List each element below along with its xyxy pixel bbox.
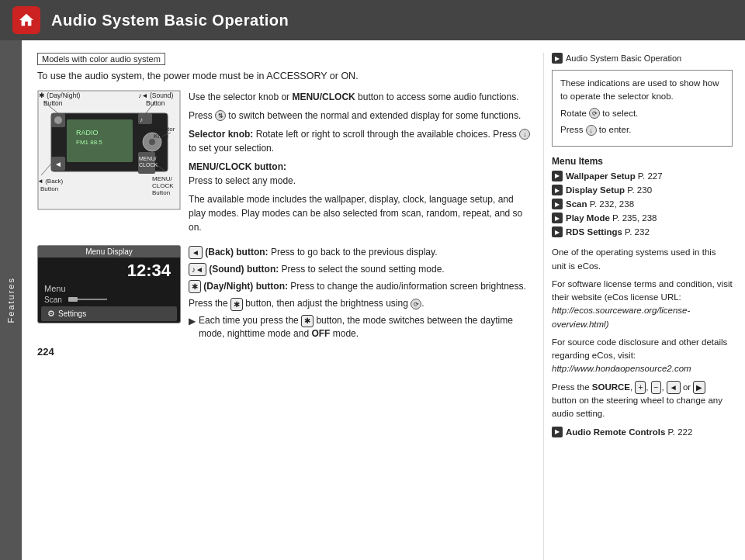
sound-button-desc: ♪◄ (Sound) button: Press to select the s… xyxy=(189,262,531,276)
press-button-text: Press the ✱ button, then adjust the brig… xyxy=(189,296,531,310)
menu-display-title: Menu Display xyxy=(38,246,180,258)
left-column: Models with color audio system To use th… xyxy=(22,53,543,560)
svg-text:Button: Button xyxy=(43,99,63,107)
sidebar: Features xyxy=(0,40,22,560)
svg-text:Knob: Knob xyxy=(154,133,168,140)
diagram-section: RADIO FM1 88.5 ♪ ◄ xyxy=(37,90,531,239)
svg-point-6 xyxy=(149,139,155,145)
menu-display-row: Menu Display 12:34 Menu Scan ⚙ Settings xyxy=(37,245,531,340)
operating-system-text: One of the operating systems used in thi… xyxy=(552,246,733,273)
source-button-text: Press the SOURCE, +, −, ◄ or ▶ button on… xyxy=(552,381,733,421)
svg-text:◄: ◄ xyxy=(54,160,62,168)
day-night-icon: ✱ xyxy=(189,280,201,293)
svg-text:MENU/: MENU/ xyxy=(152,175,173,182)
home-icon xyxy=(12,6,40,34)
plus-icon: + xyxy=(635,381,646,394)
svg-text:MENU/: MENU/ xyxy=(139,156,157,161)
page-number: 224 xyxy=(37,346,531,358)
day-night-button-desc: ✱ (Day/Night) button: Press to change th… xyxy=(189,279,531,293)
menu-bullet-icon: ▶ xyxy=(552,213,563,223)
main-content: Models with color audio system To use th… xyxy=(22,40,745,560)
svg-text:♪◄ (Sound): ♪◄ (Sound) xyxy=(138,92,173,99)
menu-bullet-icon: ▶ xyxy=(552,171,563,181)
menu-display-menu-label: Menu xyxy=(38,282,180,295)
prev-icon: ◄ xyxy=(667,381,681,394)
svg-rect-33 xyxy=(68,297,78,302)
right-header-icon: ▶ xyxy=(552,53,563,64)
svg-text:CLOCK: CLOCK xyxy=(139,162,158,168)
audio-remote-row: ▶ Audio Remote Controls P. 222 xyxy=(552,426,733,438)
sidebar-label: Features xyxy=(6,277,16,323)
right-box-press: Press ↓ to enter. xyxy=(560,123,724,137)
svg-text:Button: Button xyxy=(152,189,170,196)
menu-bullet-icon: ▶ xyxy=(552,199,563,209)
menu-display-box: Menu Display 12:34 Menu Scan ⚙ Settings xyxy=(37,245,181,323)
source-url: http://www.hondaopensource2.com xyxy=(552,364,691,373)
menu-item-rds: ▶ RDS Settings P. 232 xyxy=(552,226,733,238)
right-panel-title: Audio System Basic Operation xyxy=(566,54,681,63)
intro-text: To use the audio system, the power mode … xyxy=(37,70,531,84)
menu-items-list: ▶ Wallpaper Setup P. 227 ▶ Display Setup… xyxy=(552,170,733,238)
minus-icon: − xyxy=(651,381,662,394)
menu-bullet-icon: ▶ xyxy=(552,226,563,237)
header: Audio System Basic Operation xyxy=(0,0,745,40)
press-icon: ↓ xyxy=(519,129,530,140)
svg-text:CLOCK: CLOCK xyxy=(152,182,174,189)
svg-text:FM1  88.5: FM1 88.5 xyxy=(76,139,102,146)
arrow-icon: ▶ xyxy=(189,315,196,328)
button-descriptions: ◄ (Back) button: Press to go back to the… xyxy=(189,245,531,340)
source-text: For source code disclosure and other det… xyxy=(552,336,733,376)
scan-bar-svg xyxy=(68,296,107,302)
right-column: ▶ Audio System Basic Operation These ind… xyxy=(543,53,745,560)
right-box-line1: These indications are used to show how t… xyxy=(560,77,724,104)
day-night-icon2: ✱ xyxy=(230,298,243,311)
svg-text:RADIO: RADIO xyxy=(76,129,99,137)
available-modes-text: The available mode includes the wallpape… xyxy=(189,192,531,234)
audio-diagram: RADIO FM1 88.5 ♪ ◄ xyxy=(37,90,181,239)
menu-display-time: 12:34 xyxy=(38,258,180,282)
svg-point-8 xyxy=(54,116,62,124)
diagram-text: Use the selector knob or MENU/CLOCK butt… xyxy=(189,90,531,239)
svg-text:Button: Button xyxy=(40,185,58,192)
audio-diagram-svg: RADIO FM1 88.5 ♪ ◄ xyxy=(37,90,181,210)
svg-text:♪: ♪ xyxy=(140,116,143,123)
day-night-icon3: ✱ xyxy=(301,315,314,327)
menu-item-scan: ▶ Scan P. 232, 238 xyxy=(552,198,733,210)
menu-clock-desc: MENU/CLOCK button:Press to select any mo… xyxy=(189,160,531,188)
gear-icon: ⚙ xyxy=(47,309,55,319)
menu-display-scan: Scan xyxy=(38,295,180,305)
switch-icon: ⇅ xyxy=(215,110,226,121)
right-info-box: These indications are used to show how t… xyxy=(552,70,733,147)
selector-knob-desc: Selector knob: Rotate left or right to s… xyxy=(189,127,531,155)
svg-text:◄ (Back): ◄ (Back) xyxy=(37,178,64,185)
audio-remote-bullet: ▶ xyxy=(552,427,563,437)
next-icon: ▶ xyxy=(693,381,705,394)
home-svg xyxy=(18,12,35,29)
menu-bullet-icon: ▶ xyxy=(552,185,563,195)
right-box-rotate: Rotate ⟳ to select. xyxy=(560,107,724,120)
svg-text:Selector: Selector xyxy=(152,126,175,133)
menu-item-wallpaper: ▶ Wallpaper Setup P. 227 xyxy=(552,170,733,182)
page-body: Features Models with color audio system … xyxy=(0,40,745,560)
arrow-item: ▶ Each time you press the ✱ button, the … xyxy=(189,314,531,340)
press-switch-text: Press ⇅ to switch between the normal and… xyxy=(189,109,531,123)
svg-text:Button: Button xyxy=(146,99,165,107)
menu-items-title: Menu Items xyxy=(552,156,733,167)
license-url: http://ecos.sourceware.org/license-overv… xyxy=(552,306,690,328)
back-button-desc: ◄ (Back) button: Press to go back to the… xyxy=(189,245,531,259)
use-selector-text: Use the selector knob or MENU/CLOCK butt… xyxy=(189,90,531,104)
page-title: Audio System Basic Operation xyxy=(51,12,289,29)
adjust-icon: ⟳ xyxy=(411,299,421,309)
sound-icon: ♪◄ xyxy=(189,263,206,276)
menu-item-playmode: ▶ Play Mode P. 235, 238 xyxy=(552,212,733,224)
enter-icon: ↓ xyxy=(586,125,597,136)
menu-item-display: ▶ Display Setup P. 230 xyxy=(552,184,733,196)
right-body: One of the operating systems used in thi… xyxy=(552,246,733,437)
svg-text:✱ (Day/Night): ✱ (Day/Night) xyxy=(39,92,81,99)
right-panel-header: ▶ Audio System Basic Operation xyxy=(552,53,733,64)
back-icon: ◄ xyxy=(189,246,203,259)
license-text: For software license terms and condition… xyxy=(552,278,733,331)
models-tag: Models with color audio system xyxy=(37,53,165,65)
menu-display-settings: ⚙ Settings xyxy=(41,306,177,321)
rotate-icon: ⟳ xyxy=(589,108,600,119)
